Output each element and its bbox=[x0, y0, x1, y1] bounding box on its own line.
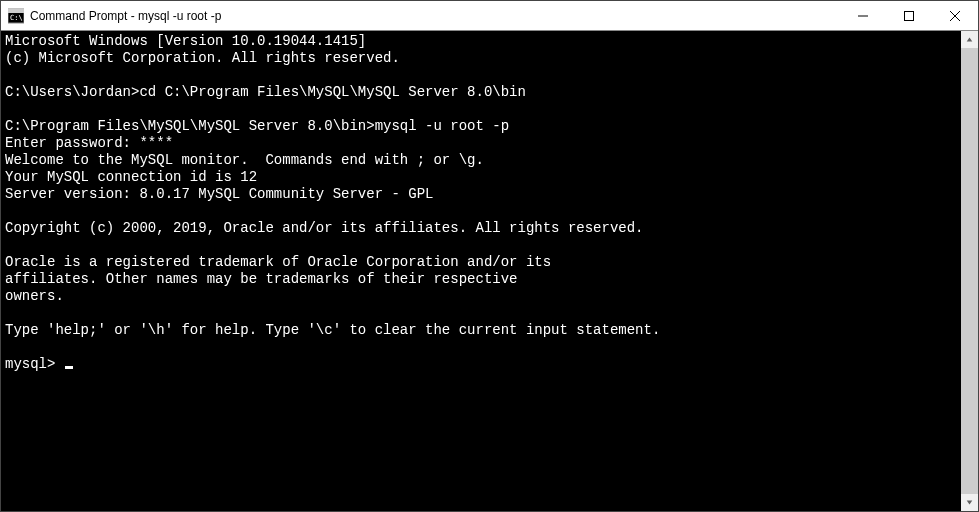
terminal-line: Oracle is a registered trademark of Orac… bbox=[5, 254, 961, 271]
maximize-button[interactable] bbox=[886, 1, 932, 30]
mysql-prompt: mysql> bbox=[5, 356, 64, 372]
terminal-line: Enter password: **** bbox=[5, 135, 961, 152]
terminal-line: Type 'help;' or '\h' for help. Type '\c'… bbox=[5, 322, 961, 339]
svg-marker-8 bbox=[967, 500, 973, 504]
command-prompt-window: C:\ Command Prompt - mysql -u root -p Mi… bbox=[0, 0, 979, 512]
terminal-line: Microsoft Windows [Version 10.0.19044.14… bbox=[5, 33, 961, 50]
terminal-line bbox=[5, 339, 961, 356]
scroll-track[interactable] bbox=[961, 48, 978, 494]
terminal-line: affiliates. Other names may be trademark… bbox=[5, 271, 961, 288]
terminal-line: Server version: 8.0.17 MySQL Community S… bbox=[5, 186, 961, 203]
terminal-prompt-line[interactable]: mysql> bbox=[5, 356, 961, 373]
svg-rect-1 bbox=[8, 9, 24, 13]
scroll-down-button[interactable] bbox=[961, 494, 978, 511]
cmd-icon: C:\ bbox=[8, 8, 24, 24]
cursor bbox=[65, 366, 73, 369]
terminal-output[interactable]: Microsoft Windows [Version 10.0.19044.14… bbox=[1, 31, 961, 511]
content-wrap: Microsoft Windows [Version 10.0.19044.14… bbox=[1, 31, 978, 511]
terminal-line: C:\Program Files\MySQL\MySQL Server 8.0\… bbox=[5, 118, 961, 135]
svg-marker-7 bbox=[967, 37, 973, 41]
window-controls bbox=[840, 1, 978, 30]
svg-rect-4 bbox=[905, 11, 914, 20]
close-button[interactable] bbox=[932, 1, 978, 30]
terminal-line: Welcome to the MySQL monitor. Commands e… bbox=[5, 152, 961, 169]
titlebar[interactable]: C:\ Command Prompt - mysql -u root -p bbox=[1, 1, 978, 31]
minimize-button[interactable] bbox=[840, 1, 886, 30]
terminal-line bbox=[5, 101, 961, 118]
window-title: Command Prompt - mysql -u root -p bbox=[30, 9, 840, 23]
terminal-line: owners. bbox=[5, 288, 961, 305]
terminal-line: (c) Microsoft Corporation. All rights re… bbox=[5, 50, 961, 67]
scroll-thumb[interactable] bbox=[961, 48, 978, 494]
terminal-line bbox=[5, 237, 961, 254]
scroll-up-button[interactable] bbox=[961, 31, 978, 48]
terminal-line bbox=[5, 305, 961, 322]
svg-text:C:\: C:\ bbox=[10, 14, 23, 22]
terminal-line: Your MySQL connection id is 12 bbox=[5, 169, 961, 186]
terminal-line: Copyright (c) 2000, 2019, Oracle and/or … bbox=[5, 220, 961, 237]
terminal-line: C:\Users\Jordan>cd C:\Program Files\MySQ… bbox=[5, 84, 961, 101]
terminal-line bbox=[5, 67, 961, 84]
vertical-scrollbar[interactable] bbox=[961, 31, 978, 511]
terminal-line bbox=[5, 203, 961, 220]
